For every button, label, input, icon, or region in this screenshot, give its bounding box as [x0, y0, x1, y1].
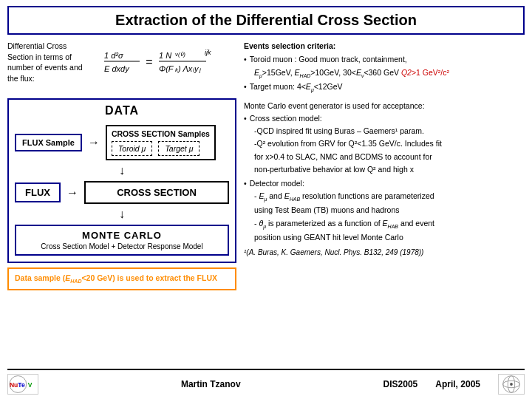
svg-text:Te: Te	[18, 381, 25, 389]
bullet-target-text: Target muon: 4<Eμ<12GeV	[250, 81, 343, 95]
presenter-label: Martin Tzanov	[181, 379, 241, 389]
left-panel: Differential Cross Section in terms of n…	[7, 41, 236, 366]
svg-text:Nu: Nu	[10, 381, 18, 389]
cross-det-label: Cross Section Model + Detector Response …	[22, 242, 222, 250]
bullet-sym-2: •	[244, 81, 247, 95]
svg-text:=: =	[146, 55, 152, 68]
bullet-target: • Target muon: 4<Eμ<12GeV	[244, 81, 525, 95]
footer-right: DIS2005 April, 2005	[383, 374, 525, 395]
right-panel: Events selection criteria: • Toroid muon…	[244, 41, 525, 366]
svg-text:1     N: 1 N	[159, 51, 171, 60]
svg-text:1   d²σ: 1 d²σ	[104, 51, 123, 60]
date-label: April, 2005	[435, 379, 480, 389]
footer-left: Nu Te V	[7, 374, 38, 395]
mc-b1-text: Cross section model:	[250, 113, 322, 124]
flux-box: FLUX	[15, 183, 61, 202]
down-arrow-1: ↓	[15, 165, 229, 177]
cross-section-box: CROSS SECTION	[84, 181, 229, 204]
data-sample-text: Data sample (EHAD<20 GeV) is used to ext…	[15, 273, 217, 282]
bullet-toroid-detail: Eμ>15GeV, EHAD>10GeV, 30<Eν<360 GeV Q2>1…	[244, 67, 525, 81]
content-row: Differential Cross Section in terms of n…	[7, 41, 525, 366]
cs-samples-label: CROSS SECTION Samples	[112, 129, 210, 138]
footer: Nu Te V Martin Tzanov DIS2005 April, 200…	[7, 369, 525, 395]
mc-b2: -QCD inspired fit using Buras – Gaemers¹…	[244, 126, 525, 137]
toroid-mu-box: Toroid μ	[112, 141, 152, 156]
svg-text:E  dxdy: E dxdy	[104, 64, 130, 73]
left-description: Differential Cross Section in terms of n…	[7, 41, 89, 84]
svg-text:ijk: ijk	[205, 49, 211, 56]
mc-b4: for x>0.4 to SLAC, NMC and BCDMS to acco…	[244, 151, 525, 163]
desc-line2: number of events and the flux:	[7, 63, 83, 83]
svg-point-21	[510, 383, 513, 386]
svg-text:ν(ν̄): ν(ν̄)	[175, 51, 185, 58]
det-b4: position using GEANT hit level Monte Car…	[244, 232, 525, 243]
fermilab-logo	[498, 374, 525, 395]
presenter-name: Martin Tzanov	[181, 379, 241, 389]
mc-b3: -Q² evolution from GRV for Q²<1.35 GeV/c…	[244, 138, 525, 149]
footnote: ¹(A. Buras, K. Gaemers, Nucl. Phys. B132…	[244, 248, 525, 259]
monte-carlo-title: MONTE CARLO	[22, 230, 222, 241]
svg-text:y: y	[194, 64, 200, 73]
target-mu-label: Target μ	[165, 144, 193, 153]
det-b1: - Eμ and EHAB resolution functions are p…	[244, 191, 525, 203]
events-title: Events selection criteria:	[244, 41, 525, 52]
det-title: Detector model:	[250, 178, 304, 189]
desc-line1: Differential Cross Section in terms of	[7, 41, 72, 61]
svg-text:j: j	[199, 66, 201, 73]
mc-section: Monte Carlo event generator is used for …	[244, 100, 525, 259]
svg-text:) Λx: ) Λx	[177, 64, 193, 73]
cross-section-row: FLUX Sample → CROSS SECTION Samples Toro…	[15, 125, 229, 160]
det-b2: using Test Beam (TB) muons and hadrons	[244, 205, 525, 216]
bullet-toroid: • Toroid muon : Good muon track, contain…	[244, 54, 525, 66]
nutev-logo: Nu Te V	[7, 374, 38, 395]
monte-carlo-box: MONTE CARLO Cross Section Model + Detect…	[15, 225, 229, 256]
cs-samples-inner: Toroid μ Target μ	[112, 141, 210, 156]
bullet-toroid-text: Toroid muon : Good muon track, containme…	[250, 54, 407, 66]
right-arrow-2: →	[66, 186, 78, 200]
svg-text:V: V	[28, 381, 33, 389]
main-container: Extraction of the Differential Cross Sec…	[0, 0, 532, 399]
data-sample-box: Data sample (EHAD<20 GeV) is used to ext…	[7, 267, 236, 290]
fermi-svg	[499, 374, 524, 395]
data-title: DATA	[15, 104, 229, 117]
down-arrow-2: ↓	[15, 208, 229, 220]
desc-formula-row: Differential Cross Section in terms of n…	[7, 41, 236, 91]
events-selection: Events selection criteria: • Toroid muon…	[244, 41, 525, 95]
det-title-item: • Detector model:	[244, 178, 525, 189]
conference-label: DIS2005	[383, 379, 418, 389]
bullet-sym-1: •	[244, 54, 247, 66]
flux-sample-box: FLUX Sample	[15, 134, 82, 151]
nutev-svg: Nu Te V	[8, 374, 38, 395]
det-section: • Detector model: - Eμ and EHAB resoluti…	[244, 178, 525, 243]
formula-svg: 1 d²σ E dxdy = 1 N ν(ν̄) Φ(F k ) Λx i y …	[103, 44, 228, 88]
svg-text:Φ(F: Φ(F	[159, 64, 174, 73]
right-arrow-1: →	[88, 136, 100, 149]
page-title: Extraction of the Differential Cross Sec…	[7, 6, 525, 35]
formula-area: 1 d²σ E dxdy = 1 N ν(ν̄) Φ(F k ) Λx i y …	[95, 41, 236, 91]
flux-cs-row: FLUX → CROSS SECTION	[15, 181, 229, 204]
toroid-mu-label: Toroid μ	[118, 144, 146, 153]
cs-samples-box: CROSS SECTION Samples Toroid μ Target μ	[106, 125, 216, 160]
mc-b1: • Cross section model:	[244, 113, 525, 124]
det-b3: - θμ is parameterized as a function of E…	[244, 218, 525, 231]
mc-b5: non-perturbative behavior at low Q² and …	[244, 164, 525, 175]
mc-title: Monte Carlo event generator is used for …	[244, 100, 525, 112]
data-box: DATA FLUX Sample → CROSS SECTION Samples…	[7, 98, 236, 263]
target-mu-box: Target μ	[158, 141, 200, 156]
